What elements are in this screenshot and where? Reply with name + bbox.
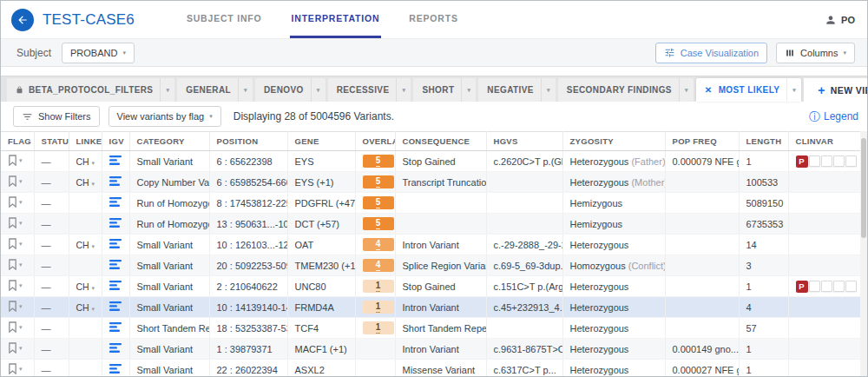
column-header-length[interactable]: LENGTH bbox=[739, 132, 788, 151]
columns-button[interactable]: Columns ▾ bbox=[776, 43, 855, 63]
chevron-down-icon[interactable]: ▾ bbox=[238, 78, 253, 102]
igv-link-icon[interactable] bbox=[109, 197, 122, 207]
view-tab-secondary-findings[interactable]: SECONDARY FINDINGS▾ bbox=[558, 78, 694, 102]
column-header-clinvar[interactable]: CLINVAR bbox=[788, 132, 863, 151]
clinvar-indicator[interactable]: P bbox=[796, 281, 857, 293]
spacer bbox=[1, 67, 867, 76]
linked-dropdown[interactable]: CH ▾ bbox=[76, 156, 95, 167]
column-header-position[interactable]: POSITION bbox=[209, 132, 287, 151]
view-tab-beta-protocol-filters[interactable]: BETA_PROTOCOL_FILTERS▾ bbox=[7, 78, 174, 102]
overlap-badge[interactable]: 5 bbox=[363, 196, 394, 209]
linked-dropdown[interactable]: CH ▾ bbox=[76, 177, 95, 188]
table-row[interactable]: ▾—CH ▾Copy Number Variant6 : 65985254-66… bbox=[1, 172, 863, 193]
igv-link-icon[interactable] bbox=[109, 281, 122, 290]
overlap-badge[interactable]: 5 bbox=[363, 155, 394, 168]
column-header-consequence[interactable]: CONSEQUENCE bbox=[395, 132, 486, 151]
table-row[interactable]: ▾—Run of Homozygosity8 : 17453812-225429… bbox=[1, 193, 863, 214]
overlap-badge[interactable]: 5 bbox=[363, 175, 394, 188]
view-tab-denovo[interactable]: DENOVO▾ bbox=[255, 78, 326, 102]
igv-link-icon[interactable] bbox=[109, 176, 122, 186]
view-tab-short[interactable]: SHORT▾ bbox=[413, 78, 476, 102]
flag-bookmark-icon[interactable]: ▾ bbox=[8, 301, 23, 312]
igv-link-icon[interactable] bbox=[109, 218, 122, 228]
chevron-down-icon[interactable]: ▾ bbox=[541, 78, 556, 102]
table-row[interactable]: ▾—Small Variant1 : 39879371MACF1 (+1)Int… bbox=[1, 339, 863, 360]
igv-link-icon[interactable] bbox=[109, 260, 122, 269]
chevron-down-icon[interactable]: ▾ bbox=[396, 78, 411, 102]
column-header-flag[interactable]: FLAG bbox=[1, 132, 34, 151]
category-cell: Run of Homozygosity bbox=[129, 214, 209, 235]
column-header-zygosity[interactable]: ZYGOSITY bbox=[562, 132, 665, 151]
tab-interpretation[interactable]: INTERPRETATION bbox=[290, 1, 382, 38]
flag-bookmark-icon[interactable]: ▾ bbox=[8, 196, 23, 208]
flag-bookmark-icon[interactable]: ▾ bbox=[8, 259, 23, 270]
show-filters-button[interactable]: Show Filters bbox=[13, 106, 100, 127]
view-tab-general[interactable]: GENERAL▾ bbox=[177, 78, 253, 102]
chevron-down-icon[interactable]: ▾ bbox=[679, 78, 694, 102]
igv-link-icon[interactable] bbox=[109, 239, 122, 248]
view-tab-negative[interactable]: NEGATIVE▾ bbox=[478, 78, 556, 102]
chevron-down-icon[interactable]: ▾ bbox=[311, 78, 326, 102]
column-header-linked[interactable]: LINKED bbox=[69, 132, 102, 151]
table-row[interactable]: ▾—CH ▾Small Variant10 : 126103...-126103… bbox=[1, 235, 863, 255]
case-visualization-button[interactable]: Case Visualization bbox=[655, 43, 767, 63]
view-tab-recessive[interactable]: RECESSIVE▾ bbox=[328, 78, 411, 102]
linked-dropdown[interactable]: CH ▾ bbox=[76, 240, 95, 250]
position-cell: 22 : 26022394 bbox=[209, 360, 287, 377]
table-row[interactable]: ▾—CH ▾Small Variant10 : 14139140-1413914… bbox=[1, 297, 863, 318]
column-header-category[interactable]: CATEGORY bbox=[129, 132, 209, 151]
column-header-pop-freq[interactable]: POP FREQ bbox=[665, 132, 739, 151]
status-cell: — bbox=[34, 360, 69, 377]
chevron-down-icon[interactable]: ▾ bbox=[786, 78, 801, 102]
overlap-badge[interactable]: 1 bbox=[363, 280, 394, 293]
overlap-badge[interactable]: 4 bbox=[363, 259, 394, 272]
category-cell: Small Variant bbox=[129, 276, 209, 297]
igv-link-icon[interactable] bbox=[109, 155, 122, 165]
column-header-status[interactable]: STATUS bbox=[34, 132, 69, 151]
column-header-hgvs[interactable]: HGVS bbox=[486, 132, 562, 151]
flag-bookmark-icon[interactable]: ▾ bbox=[8, 321, 23, 333]
overlap-badge[interactable]: 5 bbox=[363, 217, 394, 230]
flag-bookmark-icon[interactable]: ▾ bbox=[8, 342, 23, 354]
column-header-igv[interactable]: IGV bbox=[102, 132, 129, 151]
legend-link[interactable]: ⓘ Legend bbox=[809, 110, 858, 122]
overlap-badge[interactable]: 4 bbox=[363, 238, 394, 251]
igv-link-icon[interactable] bbox=[109, 301, 122, 311]
user-menu[interactable]: PO bbox=[825, 14, 855, 26]
tab-reports[interactable]: REPORTS bbox=[407, 1, 459, 38]
column-header-gene[interactable]: GENE bbox=[287, 132, 355, 151]
subject-dropdown[interactable]: PROBAND ▾ bbox=[62, 43, 135, 63]
table-row[interactable]: ▾—CH ▾Small Variant2 : 210640622UNC801St… bbox=[1, 276, 863, 297]
column-header-overlap[interactable]: OVERLAP bbox=[355, 132, 395, 151]
clinvar-indicator[interactable]: P bbox=[796, 155, 857, 168]
main-tabs: SUBJECT INFO INTERPRETATION REPORTS bbox=[185, 1, 486, 38]
flag-bookmark-icon[interactable]: ▾ bbox=[8, 155, 23, 166]
table-row[interactable]: ▾—Small Variant20 : 5092253-5092254TMEM2… bbox=[1, 255, 863, 276]
overlap-badge[interactable]: 1 bbox=[363, 321, 394, 334]
linked-dropdown[interactable]: CH ▾ bbox=[76, 302, 95, 313]
tab-subject-info[interactable]: SUBJECT INFO bbox=[185, 1, 264, 38]
close-icon[interactable]: ✕ bbox=[705, 85, 713, 95]
igv-link-icon[interactable] bbox=[109, 322, 122, 332]
table-row[interactable]: ▾—CH ▾Small Variant6 : 65622398EYS5Stop … bbox=[1, 151, 863, 172]
flag-bookmark-icon[interactable]: ▾ bbox=[8, 175, 23, 187]
igv-link-icon[interactable] bbox=[109, 364, 122, 374]
linked-dropdown[interactable]: CH ▾ bbox=[76, 281, 95, 292]
flag-bookmark-icon[interactable]: ▾ bbox=[8, 280, 23, 291]
vertical-scrollbar[interactable] bbox=[860, 131, 867, 376]
overlap-badge[interactable]: 1 bbox=[363, 301, 394, 314]
flag-bookmark-icon[interactable]: ▾ bbox=[8, 217, 23, 228]
view-tab-most-likely[interactable]: ✕MOST LIKELY▾ bbox=[696, 78, 801, 102]
igv-link-icon[interactable] bbox=[109, 343, 122, 353]
table-row[interactable]: ▾—Small Variant22 : 26022394ASXL2Missens… bbox=[1, 360, 863, 377]
chevron-down-icon[interactable]: ▾ bbox=[160, 78, 174, 102]
chevron-down-icon[interactable]: ▾ bbox=[461, 78, 476, 102]
new-view-button[interactable]: + NEW VIEW bbox=[804, 83, 868, 97]
scrollbar-thumb[interactable] bbox=[861, 138, 866, 238]
flag-bookmark-icon[interactable]: ▾ bbox=[8, 238, 23, 249]
flag-bookmark-icon[interactable]: ▾ bbox=[8, 363, 23, 374]
back-button[interactable] bbox=[11, 9, 34, 31]
view-by-flag-dropdown[interactable]: View variants by flag ▾ bbox=[108, 106, 221, 127]
table-row[interactable]: ▾—Short Tandem Repe...18 : 53253387-5325… bbox=[1, 318, 863, 339]
table-row[interactable]: ▾—Run of Homozygosity13 : 950631...-1017… bbox=[1, 214, 863, 235]
